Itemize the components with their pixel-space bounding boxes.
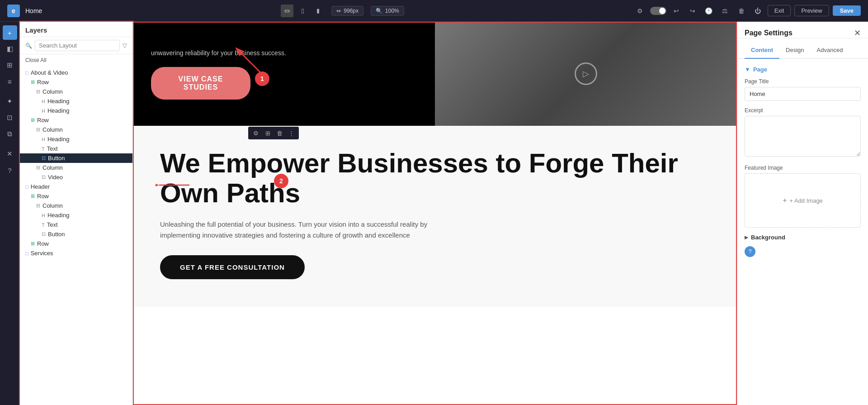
view-case-button[interactable]: VIEW CASE STUDIES — [151, 67, 250, 100]
style-btn[interactable]: ✦ — [3, 94, 17, 109]
desktop-icon[interactable]: ▭ — [281, 5, 293, 17]
layer-row-3[interactable]: ⊞ Row — [20, 191, 132, 201]
layer-label: Row — [37, 240, 49, 247]
template-btn[interactable]: ⊡ — [3, 110, 17, 125]
layer-row-2[interactable]: ⊞ Row — [20, 115, 132, 125]
layer-header[interactable]: □ Header — [20, 182, 132, 191]
layer-label: Video — [48, 174, 63, 181]
theme-toggle[interactable] — [650, 7, 666, 15]
layer-heading-3[interactable]: H Heading — [20, 134, 132, 144]
navigator-btn[interactable]: ≡ — [3, 74, 17, 89]
help-button[interactable]: ? — [745, 246, 755, 257]
layer-button-2[interactable]: ⊡ Button — [20, 229, 132, 239]
add-element-btn[interactable]: + — [3, 25, 17, 40]
elements-btn[interactable]: ⊞ — [3, 58, 17, 72]
tab-advanced[interactable]: Advanced — [811, 43, 849, 59]
layer-label: Header — [31, 183, 50, 190]
layers-title: Layers — [25, 26, 47, 34]
button-icon: ⊡ — [42, 231, 46, 237]
layer-column-2[interactable]: ⊟ Column — [20, 125, 132, 134]
layer-label: Row — [37, 193, 49, 200]
excerpt-textarea[interactable] — [745, 116, 861, 157]
save-button[interactable]: Save — [833, 5, 861, 16]
page-section-label[interactable]: ▼ Page — [745, 66, 861, 73]
tab-design[interactable]: Design — [779, 43, 810, 59]
right-panel-close[interactable]: ✕ — [854, 28, 861, 38]
settings2-icon[interactable]: ⚖ — [719, 5, 731, 17]
text-icon: T — [42, 222, 45, 228]
text-icon: T — [42, 146, 45, 152]
layers-search-input[interactable] — [35, 40, 120, 51]
right-panel-header: Page Settings ✕ — [737, 22, 868, 38]
bg-section-arrow: ▶ — [745, 235, 748, 240]
zoom-badge[interactable]: 🔍 100% — [371, 6, 404, 16]
tab-content[interactable]: Content — [745, 43, 779, 59]
tablet-icon[interactable]: ▯ — [296, 5, 309, 17]
layers-tree: □ About & Video ⊞ Row ⊟ Column — [20, 66, 132, 405]
layer-button-1[interactable]: ⊡ Button — [20, 153, 132, 163]
right-panel-tabs: Content Design Advanced — [737, 43, 868, 59]
right-panel: Page Settings ✕ Content Design Advanced … — [737, 22, 868, 405]
row-delete-icon[interactable]: 🗑 — [274, 128, 284, 138]
close-all-btn[interactable]: Close All — [20, 54, 132, 66]
app-logo[interactable]: e — [7, 5, 20, 17]
delete-icon[interactable]: 🗑 — [735, 5, 748, 17]
history-icon[interactable]: 🕐 — [703, 5, 715, 17]
canvas-content: unwavering reliability for your business… — [133, 22, 737, 405]
layer-about-video[interactable]: □ About & Video — [20, 68, 132, 77]
layer-label: Heading — [47, 212, 69, 219]
layer-column-4[interactable]: ⊟ Column — [20, 201, 132, 210]
consultation-button[interactable]: GET A FREE CONSULTATION — [160, 255, 305, 279]
widget-btn[interactable]: ✕ — [3, 147, 17, 161]
section-icon: □ — [25, 70, 28, 76]
power-icon[interactable]: ⏻ — [751, 5, 764, 17]
row-toolbar: ⚙ ⊞ 🗑 ⋮ — [248, 127, 299, 139]
column-icon: ⊟ — [36, 165, 40, 171]
page-section-text: Page — [753, 66, 767, 73]
layer-column-3[interactable]: ⊟ Column — [20, 163, 132, 172]
plus-icon: + — [783, 196, 787, 205]
settings-icon[interactable]: ⚙ — [634, 5, 646, 17]
viewport-badge[interactable]: ⇔ 996px — [331, 6, 363, 16]
layer-heading-2[interactable]: H Heading — [20, 106, 132, 115]
column-icon: ⊟ — [36, 127, 40, 133]
layer-heading-4[interactable]: H Heading — [20, 210, 132, 220]
layer-heading-1[interactable]: H Heading — [20, 96, 132, 106]
layer-services[interactable]: □ Services — [20, 248, 132, 258]
background-section-label[interactable]: ▶ Background — [745, 234, 861, 241]
layer-row-4[interactable]: ⊞ Row — [20, 239, 132, 248]
row-settings-icon[interactable]: ⚙ — [251, 128, 261, 138]
layer-text-2[interactable]: T Text — [20, 220, 132, 229]
layer-row-1[interactable]: ⊞ Row — [20, 77, 132, 87]
help-btn[interactable]: ? — [3, 163, 17, 177]
row-layout-icon[interactable]: ⊞ — [263, 128, 273, 138]
mobile-icon[interactable]: ▮ — [311, 5, 324, 17]
section-hero: unwavering reliability for your business… — [133, 22, 737, 126]
layer-label: Column — [42, 202, 63, 209]
layer-label: Text — [47, 145, 58, 152]
copy-btn[interactable]: ⧉ — [3, 127, 17, 141]
heading-icon: H — [42, 137, 45, 142]
featured-image-upload[interactable]: + + Add Image — [745, 173, 861, 228]
redo-icon[interactable]: ↪ — [686, 5, 699, 17]
row-more-icon[interactable]: ⋮ — [286, 128, 296, 138]
layers-search: 🔍 ▽ — [20, 37, 132, 54]
layer-video-1[interactable]: ⊡ Video — [20, 172, 132, 182]
layer-label: Column — [42, 88, 63, 95]
layers-btn[interactable]: ◧ — [3, 42, 17, 56]
layer-label: Row — [37, 79, 49, 86]
layers-panel-wrapper: Layers 🔍 ▽ Close All □ About & Video ⊞ — [20, 22, 133, 405]
exit-button[interactable]: Exit — [768, 5, 791, 16]
section-icon: □ — [25, 184, 28, 190]
page-title-input[interactable] — [745, 87, 861, 101]
filter-icon[interactable]: ▽ — [123, 42, 127, 49]
preview-button[interactable]: Preview — [794, 5, 829, 16]
undo-icon[interactable]: ↩ — [670, 5, 683, 17]
video-icon: ⊡ — [42, 174, 46, 180]
layer-text-1[interactable]: T Text — [20, 144, 132, 153]
layers-panel: Layers 🔍 ▽ Close All □ About & Video ⊞ — [20, 22, 133, 405]
layer-label: About & Video — [31, 69, 68, 76]
canvas-area: unwavering reliability for your business… — [133, 22, 737, 405]
search-icon: 🔍 — [376, 8, 382, 14]
layer-column-1[interactable]: ⊟ Column — [20, 87, 132, 96]
